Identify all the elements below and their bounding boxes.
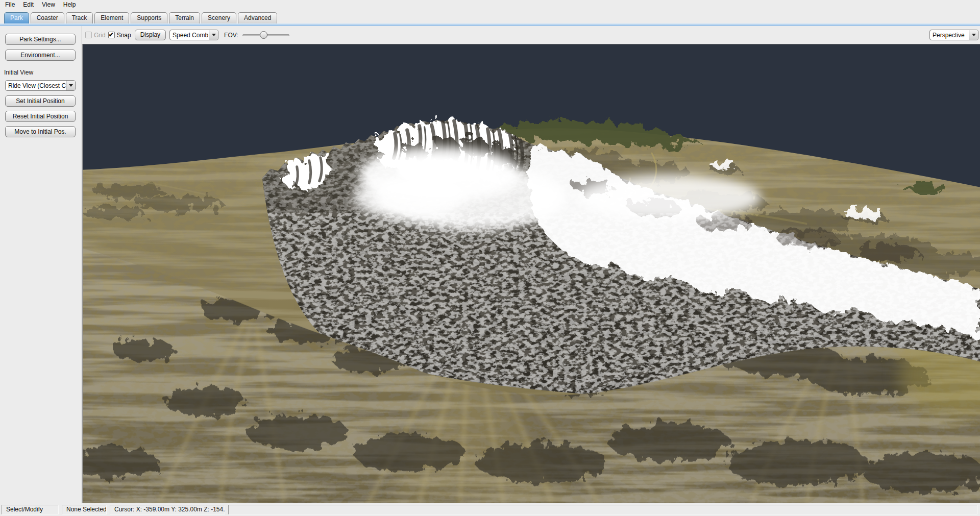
grid-checkbox[interactable] [85, 32, 92, 38]
move-to-initial-position-button[interactable]: Move to Initial Pos. [5, 126, 76, 137]
status-mode: Select/Modify [2, 505, 59, 514]
display-button[interactable]: Display [135, 30, 166, 40]
viewport-3d[interactable] [82, 44, 980, 503]
snap-checkbox[interactable]: ✔ [108, 32, 115, 38]
tab-park[interactable]: Park [4, 12, 29, 23]
tab-supports[interactable]: Supports [131, 12, 167, 23]
fov-slider[interactable] [242, 31, 289, 39]
reset-initial-position-button[interactable]: Reset Initial Position [5, 111, 76, 122]
status-extra [228, 505, 977, 514]
mode-select-value: Speed Comb [170, 30, 209, 40]
snap-checkbox-label: Snap [117, 32, 131, 39]
tab-terrain[interactable]: Terrain [169, 12, 200, 23]
sidebar: Park Settings... Environment... Initial … [0, 26, 82, 503]
terrain-render [83, 44, 980, 503]
menu-bar: File Edit View Help [0, 0, 980, 9]
menu-edit[interactable]: Edit [19, 0, 38, 9]
menu-view[interactable]: View [38, 0, 59, 9]
environment-button[interactable]: Environment... [5, 50, 76, 61]
tab-track[interactable]: Track [66, 12, 93, 23]
fov-slider-thumb[interactable] [260, 31, 267, 39]
tab-element[interactable]: Element [94, 12, 129, 23]
chevron-down-icon[interactable] [969, 30, 978, 40]
status-selection: None Selected [62, 505, 107, 514]
status-bar: Select/Modify None Selected Cursor: X: -… [0, 503, 980, 516]
viewport-toolbar: Grid ✔ Snap Display Speed Comb FOV: Pers… [82, 26, 980, 44]
tab-bar: Park Coaster Track Element Supports Terr… [0, 9, 980, 23]
mode-select[interactable]: Speed Comb [169, 30, 218, 40]
projection-select-value: Perspective [930, 30, 969, 40]
initial-view-label: Initial View [4, 69, 33, 76]
chevron-down-icon[interactable] [66, 81, 75, 90]
projection-select[interactable]: Perspective [929, 30, 978, 40]
menu-help[interactable]: Help [59, 0, 80, 9]
set-initial-position-button[interactable]: Set Initial Position [5, 95, 76, 107]
tab-scenery[interactable]: Scenery [202, 12, 236, 23]
grid-checkbox-label: Grid [94, 32, 106, 39]
chevron-down-icon[interactable] [209, 30, 218, 40]
park-settings-button[interactable]: Park Settings... [5, 34, 76, 45]
tab-advanced[interactable]: Advanced [238, 12, 277, 23]
initial-view-select-value: Ride View (Closest C [6, 81, 66, 90]
application-window: File Edit View Help Park Coaster Track E… [0, 0, 980, 516]
fov-label: FOV: [224, 32, 238, 39]
menu-file[interactable]: File [1, 0, 19, 9]
initial-view-select[interactable]: Ride View (Closest C [5, 80, 76, 91]
status-cursor-coordinates: Cursor: X: -359.00m Y: 325.00m Z: -154.5… [110, 505, 225, 514]
check-icon: ✔ [109, 31, 114, 38]
tab-coaster[interactable]: Coaster [31, 12, 64, 23]
